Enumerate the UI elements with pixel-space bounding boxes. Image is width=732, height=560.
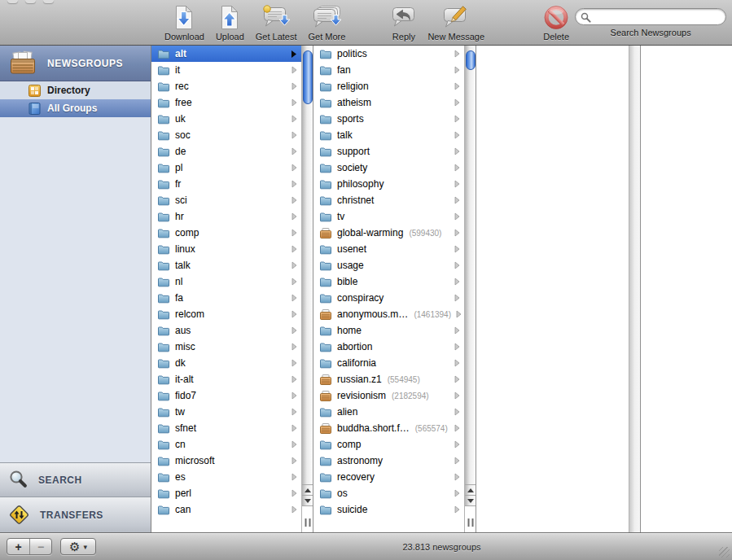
newsgroup-row-os[interactable]: os bbox=[313, 485, 464, 501]
newsgroup-row-can[interactable]: can bbox=[151, 501, 301, 518]
disclosure-arrow-icon bbox=[291, 489, 297, 497]
newsgroup-row-pl[interactable]: pl bbox=[151, 160, 301, 176]
newsgroup-row-it-alt[interactable]: it-alt bbox=[151, 371, 301, 387]
folder-icon bbox=[157, 423, 170, 434]
newsgroup-row-politics[interactable]: politics bbox=[313, 46, 464, 62]
column-resize-handle[interactable] bbox=[305, 518, 310, 527]
sidebar-section-newsgroups[interactable]: NEWSGROUPS bbox=[0, 46, 151, 81]
newsgroup-row-religion[interactable]: religion bbox=[313, 78, 464, 94]
reply-button[interactable]: Reply bbox=[385, 4, 422, 42]
newsgroup-row-es[interactable]: es bbox=[151, 469, 301, 485]
scroll-down-button[interactable] bbox=[465, 495, 476, 505]
sidebar-item-directory[interactable]: Directory bbox=[0, 81, 151, 99]
scroll-down-button[interactable] bbox=[302, 495, 313, 505]
newsgroup-row-california[interactable]: california bbox=[313, 355, 464, 371]
scrollbar-thumb[interactable] bbox=[466, 50, 476, 70]
minimize-window-button[interactable] bbox=[25, 0, 36, 3]
newsgroup-row-alt[interactable]: alt bbox=[151, 46, 301, 62]
newsgroup-row-free[interactable]: free bbox=[151, 94, 301, 111]
newsgroup-row-hr[interactable]: hr bbox=[151, 208, 301, 225]
disclosure-arrow-icon bbox=[291, 359, 297, 367]
newsgroup-row-soc[interactable]: soc bbox=[151, 127, 301, 143]
newsgroup-row-relcom[interactable]: relcom bbox=[151, 306, 301, 322]
newsgroup-row-microsoft[interactable]: microsoft bbox=[151, 453, 301, 469]
newsgroup-row-abortion[interactable]: abortion bbox=[313, 339, 464, 355]
scrollbar-thumb[interactable] bbox=[303, 50, 313, 104]
folder-icon bbox=[319, 147, 332, 157]
disclosure-arrow-icon bbox=[454, 375, 460, 383]
scrollbar-column-1[interactable] bbox=[301, 46, 313, 532]
newsgroup-row-philosophy[interactable]: philosophy bbox=[313, 176, 464, 192]
newsgroup-row-de[interactable]: de bbox=[151, 143, 301, 160]
newsgroup-row-astronomy[interactable]: astronomy bbox=[313, 453, 464, 469]
newsgroup-row-atheism[interactable]: atheism bbox=[313, 94, 464, 111]
zoom-window-button[interactable] bbox=[43, 0, 54, 3]
action-menu-button[interactable]: ⚙ ▾ bbox=[61, 539, 95, 554]
newsgroup-row-buddha.short.f…[interactable]: buddha.short.f…(565574) bbox=[313, 420, 464, 436]
newsgroup-row-uk[interactable]: uk bbox=[151, 111, 301, 127]
newsgroup-row-tw[interactable]: tw bbox=[151, 404, 301, 420]
scroll-up-button[interactable] bbox=[302, 484, 313, 495]
remove-button[interactable]: − bbox=[29, 539, 51, 554]
window-resize-grip[interactable] bbox=[719, 547, 730, 558]
get-more-button[interactable]: Get More bbox=[303, 4, 352, 42]
newsgroup-row-dk[interactable]: dk bbox=[151, 355, 301, 371]
newsgroup-row-revisionism[interactable]: revisionism(2182594) bbox=[313, 387, 464, 404]
newsgroup-row-global-warming[interactable]: global-warming(599430) bbox=[313, 225, 464, 241]
scrollbar-track[interactable] bbox=[465, 46, 476, 484]
disclosure-arrow-icon bbox=[454, 278, 460, 286]
newsgroup-row-tv[interactable]: tv bbox=[313, 208, 464, 225]
upload-button[interactable]: Upload bbox=[210, 4, 250, 42]
newsgroup-row-linux[interactable]: linux bbox=[151, 241, 301, 257]
sidebar-item-all-groups[interactable]: All Groups bbox=[0, 99, 151, 117]
newsgroup-row-talk[interactable]: talk bbox=[151, 257, 301, 273]
newsgroup-row-comp[interactable]: comp bbox=[313, 436, 464, 453]
get-latest-button[interactable]: Get Latest bbox=[250, 4, 303, 42]
newsgroup-row-rec[interactable]: rec bbox=[151, 78, 301, 94]
newsgroup-row-sports[interactable]: sports bbox=[313, 111, 464, 127]
newsgroup-row-recovery[interactable]: recovery bbox=[313, 469, 464, 485]
sidebar-section-transfers[interactable]: TRANSFERS bbox=[0, 497, 151, 532]
folder-icon bbox=[157, 391, 170, 401]
newsgroup-row-sfnet[interactable]: sfnet bbox=[151, 420, 301, 436]
scrollbar-track[interactable] bbox=[302, 46, 313, 484]
newsgroup-row-alien[interactable]: alien bbox=[313, 404, 464, 420]
newsgroup-row-usenet[interactable]: usenet bbox=[313, 241, 464, 257]
newsgroup-row-misc[interactable]: misc bbox=[151, 339, 301, 355]
newsgroup-row-suicide[interactable]: suicide bbox=[313, 501, 464, 518]
newsgroup-row-fido7[interactable]: fido7 bbox=[151, 387, 301, 404]
newsgroup-row-talk[interactable]: talk bbox=[313, 127, 464, 143]
newsgroup-row-fr[interactable]: fr bbox=[151, 176, 301, 192]
disclosure-arrow-icon bbox=[291, 196, 297, 204]
scroll-up-button[interactable] bbox=[465, 484, 476, 495]
newsgroup-row-fa[interactable]: fa bbox=[151, 290, 301, 306]
newsgroup-row-sci[interactable]: sci bbox=[151, 192, 301, 208]
newsgroup-row-fan[interactable]: fan bbox=[313, 62, 464, 78]
newsgroup-row-anonymous.m…[interactable]: anonymous.m…(1461394) bbox=[313, 306, 464, 322]
newsgroup-row-home[interactable]: home bbox=[313, 322, 464, 339]
search-input[interactable] bbox=[575, 8, 726, 25]
newsgroup-row-nl[interactable]: nl bbox=[151, 273, 301, 290]
add-button[interactable]: + bbox=[7, 539, 29, 554]
newsgroup-row-usage[interactable]: usage bbox=[313, 257, 464, 273]
newsgroup-row-russian.z1[interactable]: russian.z1(554945) bbox=[313, 371, 464, 387]
newsgroup-row-christnet[interactable]: christnet bbox=[313, 192, 464, 208]
newsgroup-row-bible[interactable]: bible bbox=[313, 273, 464, 290]
folder-icon bbox=[319, 293, 332, 304]
newsgroup-row-cn[interactable]: cn bbox=[151, 436, 301, 453]
newsgroup-row-it[interactable]: it bbox=[151, 62, 301, 78]
column-resize-handle[interactable] bbox=[467, 518, 473, 527]
newsgroup-row-support[interactable]: support bbox=[313, 143, 464, 160]
scrollbar-column-2[interactable] bbox=[464, 46, 476, 532]
delete-button[interactable]: Delete bbox=[537, 4, 575, 42]
close-window-button[interactable] bbox=[7, 0, 18, 3]
newsgroup-row-conspiracy[interactable]: conspiracy bbox=[313, 290, 464, 306]
new-message-button[interactable]: New Message bbox=[422, 4, 490, 42]
newsgroup-name: conspiracy bbox=[337, 292, 384, 304]
newsgroup-row-aus[interactable]: aus bbox=[151, 322, 301, 339]
newsgroup-row-society[interactable]: society bbox=[313, 160, 464, 176]
download-button[interactable]: Download bbox=[159, 4, 210, 42]
sidebar-section-search[interactable]: SEARCH bbox=[0, 462, 151, 497]
newsgroup-row-perl[interactable]: perl bbox=[151, 485, 301, 501]
newsgroup-row-comp[interactable]: comp bbox=[151, 225, 301, 241]
